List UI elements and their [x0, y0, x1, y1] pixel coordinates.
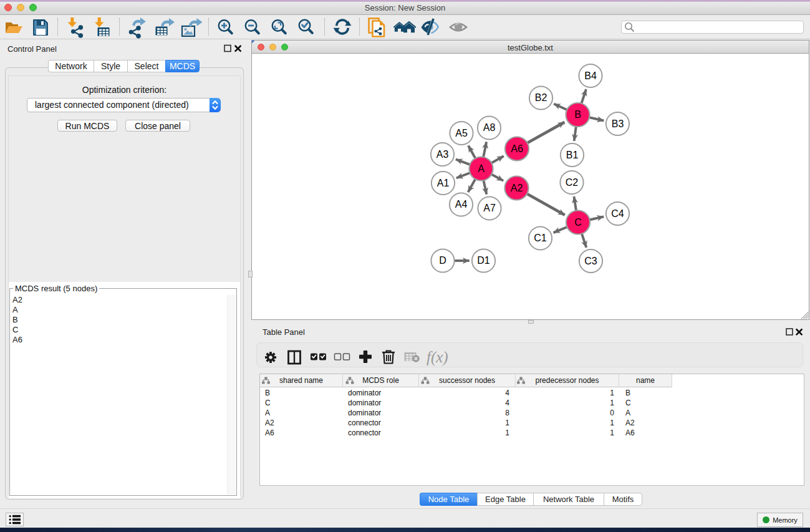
svg-text:C: C — [574, 217, 582, 228]
svg-text:C4: C4 — [611, 208, 624, 219]
svg-text:B2: B2 — [535, 92, 547, 103]
svg-text:C2: C2 — [566, 177, 579, 188]
svg-text:A2: A2 — [511, 183, 523, 193]
svg-text:B3: B3 — [612, 118, 624, 129]
svg-text:C3: C3 — [584, 256, 597, 266]
svg-text:B1: B1 — [566, 150, 579, 160]
svg-text:A8: A8 — [483, 122, 496, 133]
svg-text:D: D — [439, 255, 446, 266]
svg-text:B: B — [574, 109, 581, 120]
svg-text:A7: A7 — [483, 203, 496, 213]
svg-text:B4: B4 — [584, 70, 597, 81]
svg-text:A4: A4 — [455, 199, 468, 210]
svg-text:A5: A5 — [455, 128, 468, 138]
svg-text:A6: A6 — [511, 143, 523, 154]
svg-text:A: A — [478, 163, 485, 174]
svg-text:A1: A1 — [437, 178, 450, 188]
svg-text:C1: C1 — [534, 233, 547, 243]
svg-text:D1: D1 — [477, 255, 490, 266]
svg-text:A3: A3 — [436, 149, 449, 160]
